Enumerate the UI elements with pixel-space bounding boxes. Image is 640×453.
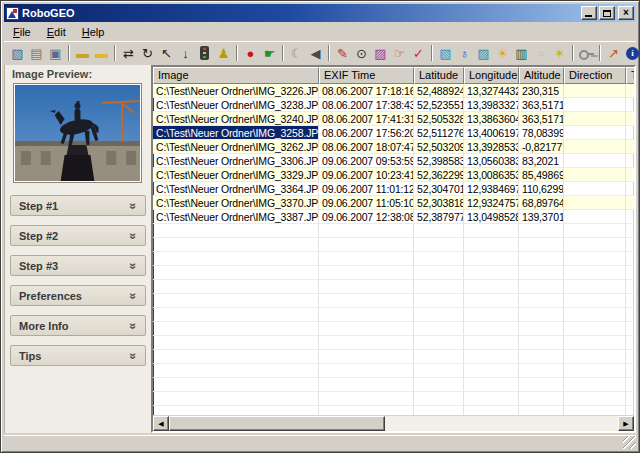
scroll-right-icon[interactable]: ▶: [618, 416, 634, 431]
cell-longitude[interactable]: 12,93846973: [464, 182, 519, 196]
cell-altitude[interactable]: 230,315: [519, 84, 564, 98]
cell-direction[interactable]: [564, 84, 626, 98]
resize-grip[interactable]: [623, 436, 636, 449]
cell-altitude[interactable]: 139,3701: [519, 210, 564, 224]
empty-row[interactable]: [153, 308, 634, 322]
cell-exif-time[interactable]: 08.06.2007 17:18:16: [319, 84, 414, 98]
scroll-left-icon[interactable]: ◀: [153, 416, 169, 431]
cell-exif-time[interactable]: 08.06.2007 17:38:43: [319, 98, 414, 112]
cell-latitude[interactable]: 52,38797759: [414, 210, 464, 224]
empty-row[interactable]: [153, 392, 634, 406]
cell-image[interactable]: C:\Test\Neuer Ordner\IMG_3387.JPG: [153, 210, 319, 224]
panel-button-step-3[interactable]: Step #3: [10, 255, 146, 276]
empty-row[interactable]: [153, 350, 634, 364]
table-row[interactable]: C:\Test\Neuer Ordner\IMG_3240.JPG08.06.2…: [153, 112, 634, 126]
column-header-title[interactable]: Title: [626, 67, 635, 84]
cell-altitude[interactable]: -0,8217718: [519, 140, 564, 154]
cell-latitude[interactable]: 52,36229988: [414, 168, 464, 182]
cell-exif-time[interactable]: 08.06.2007 17:41:31: [319, 112, 414, 126]
empty-row[interactable]: [153, 364, 634, 378]
notes-icon[interactable]: ✎: [333, 44, 352, 63]
empty-row[interactable]: [153, 252, 634, 266]
clock-icon[interactable]: ⊙: [352, 44, 371, 63]
cell-altitude[interactable]: 110,6299: [519, 182, 564, 196]
map-icon[interactable]: ▧: [436, 44, 455, 63]
record-icon[interactable]: ●: [241, 44, 260, 63]
cell-longitude[interactable]: 13,39833272: [464, 98, 519, 112]
cell-latitude[interactable]: 52,51127670: [414, 126, 464, 140]
cell-image[interactable]: C:\Test\Neuer Ordner\IMG_3238.JPG: [153, 98, 319, 112]
maximize-button[interactable]: [599, 6, 615, 20]
table-row[interactable]: C:\Test\Neuer Ordner\IMG_3370.JPG09.06.2…: [153, 196, 634, 210]
cell-image[interactable]: C:\Test\Neuer Ordner\IMG_3306.JPG: [153, 154, 319, 168]
cell-direction[interactable]: [564, 112, 626, 126]
traffic-light-icon[interactable]: [195, 44, 214, 63]
cell-altitude[interactable]: 363,5171: [519, 98, 564, 112]
image-icon[interactable]: ▨: [371, 44, 390, 63]
cell-longitude[interactable]: 13,00863531: [464, 168, 519, 182]
cell-direction[interactable]: [564, 196, 626, 210]
sun-icon[interactable]: ☀: [493, 44, 512, 63]
compass-icon[interactable]: ✶: [550, 44, 569, 63]
empty-row[interactable]: [153, 378, 634, 392]
scrollbar-thumb[interactable]: [169, 416, 385, 431]
cell-latitude[interactable]: 52,50532825: [414, 112, 464, 126]
panel-button-tips[interactable]: Tips: [10, 345, 146, 366]
table-row[interactable]: C:\Test\Neuer Ordner\IMG_3226.JPG08.06.2…: [153, 84, 634, 98]
cell-image[interactable]: C:\Test\Neuer Ordner\IMG_3258.JPG: [153, 126, 319, 140]
panel-button-step-2[interactable]: Step #2: [10, 225, 146, 246]
empty-row[interactable]: [153, 280, 634, 294]
cell-altitude[interactable]: 68,89764: [519, 196, 564, 210]
globe-icon[interactable]: ♁: [455, 44, 474, 63]
menu-item-help[interactable]: Help: [74, 24, 113, 40]
cell-altitude[interactable]: 85,49869: [519, 168, 564, 182]
horizontal-scrollbar[interactable]: ◀ ▶: [153, 415, 634, 431]
close-button[interactable]: ×: [618, 6, 634, 20]
cell-title[interactable]: [626, 210, 634, 224]
cell-latitude[interactable]: 52,30470126: [414, 182, 464, 196]
column-header-longitude[interactable]: Longitude: [464, 67, 519, 84]
column-header-image[interactable]: Image: [153, 67, 319, 84]
cell-latitude[interactable]: 52,39858384: [414, 154, 464, 168]
table-row[interactable]: C:\Test\Neuer Ordner\IMG_3306.JPG09.06.2…: [153, 154, 634, 168]
table-row[interactable]: C:\Test\Neuer Ordner\IMG_3329.JPG09.06.2…: [153, 168, 634, 182]
database-icon[interactable]: ▤: [27, 44, 46, 63]
panel-button-preferences[interactable]: Preferences: [10, 285, 146, 306]
panel-button-step-1[interactable]: Step #1: [10, 195, 146, 216]
upload-icon[interactable]: ↗: [604, 44, 623, 63]
cell-direction[interactable]: [564, 210, 626, 224]
statue-marker-icon[interactable]: ♟: [214, 44, 233, 63]
empty-row[interactable]: [153, 322, 634, 336]
empty-row[interactable]: [153, 224, 634, 238]
photo-landscape-icon[interactable]: ▨: [474, 44, 493, 63]
table-row[interactable]: C:\Test\Neuer Ordner\IMG_3262.JPG08.06.2…: [153, 140, 634, 154]
info-icon[interactable]: i: [623, 44, 640, 63]
cell-exif-time[interactable]: 09.06.2007 11:05:10: [319, 196, 414, 210]
hand-pointer-icon[interactable]: ☛: [260, 44, 279, 63]
cell-longitude[interactable]: 13,32744320: [464, 84, 519, 98]
cell-image[interactable]: C:\Test\Neuer Ordner\IMG_3364.JPG: [153, 182, 319, 196]
speaker-icon[interactable]: ◀: [306, 44, 325, 63]
transfer-arrows-icon[interactable]: ⇄: [119, 44, 138, 63]
column-header-exif-time[interactable]: EXIF Time: [319, 67, 414, 84]
panel-button-more-info[interactable]: More Info: [10, 315, 146, 336]
table-row[interactable]: C:\Test\Neuer Ordner\IMG_3387.JPG09.06.2…: [153, 210, 634, 224]
cell-image[interactable]: C:\Test\Neuer Ordner\IMG_3329.JPG: [153, 168, 319, 182]
empty-row[interactable]: [153, 238, 634, 252]
folder-open-icon[interactable]: ▬: [73, 44, 92, 63]
arrow-northwest-icon[interactable]: ↖: [157, 44, 176, 63]
cell-direction[interactable]: [564, 182, 626, 196]
cell-longitude[interactable]: 13,04985286: [464, 210, 519, 224]
cell-latitude[interactable]: 52,48892412: [414, 84, 464, 98]
cell-longitude[interactable]: 13,39285331: [464, 140, 519, 154]
cell-latitude[interactable]: 52,30381833: [414, 196, 464, 210]
empty-row[interactable]: [153, 294, 634, 308]
cell-image[interactable]: C:\Test\Neuer Ordner\IMG_3226.JPG: [153, 84, 319, 98]
column-header-altitude[interactable]: Altitude: [519, 67, 564, 84]
listen-icon[interactable]: ☾: [287, 44, 306, 63]
cell-direction[interactable]: [564, 126, 626, 140]
cell-exif-time[interactable]: 08.06.2007 18:07:47: [319, 140, 414, 154]
menu-item-file[interactable]: File: [5, 24, 39, 40]
table-row[interactable]: C:\Test\Neuer Ordner\IMG_3364.JPG09.06.2…: [153, 182, 634, 196]
cell-exif-time[interactable]: 09.06.2007 11:01:12: [319, 182, 414, 196]
